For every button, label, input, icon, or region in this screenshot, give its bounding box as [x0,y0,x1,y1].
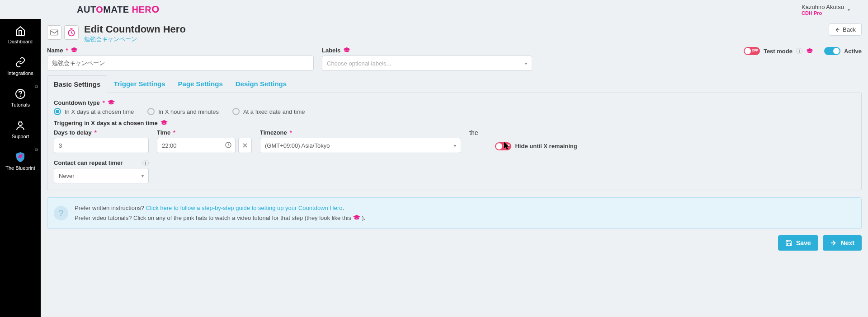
link-icon [14,57,27,68]
next-button[interactable]: Next [823,235,862,251]
days-input[interactable] [54,138,149,153]
countdown-type-label: Countdown type* [54,99,855,106]
chevron-down-icon: ▾ [454,143,456,148]
tabs: Basic Settings Trigger Settings Page Set… [47,75,862,93]
name-label: Name* [47,47,314,54]
tab-basic-settings[interactable]: Basic Settings [47,75,107,93]
tutorial-hat-icon [353,214,362,221]
arrow-left-icon [835,27,840,33]
home-icon [14,25,27,36]
radio-x-hours[interactable]: In X hours and minutes [147,108,219,115]
name-input[interactable] [47,56,314,71]
sidebar: Dashboard Integrations ⧉ Tutorials Suppo… [0,19,41,317]
timer-icon [64,25,79,40]
repeat-select[interactable]: Never ▾ [54,168,149,183]
info-icon[interactable]: i [142,160,149,166]
user-name: Kazuhiro Akutsu [802,4,844,10]
chevron-down-icon: ▾ [848,7,850,12]
back-button[interactable]: Back [829,23,862,36]
radio-fixed-date[interactable]: At a fixed date and time [232,108,305,115]
svg-point-2 [19,122,22,126]
time-label: Time* [157,129,252,136]
tab-page-settings[interactable]: Page Settings [172,75,229,93]
sidebar-item-support[interactable]: Support [0,114,41,145]
svg-rect-3 [51,30,58,35]
time-input[interactable] [157,138,236,153]
help-guide-link[interactable]: Click here to follow a step-by-step guid… [146,205,343,211]
brand-logo: AUTOMATE HERO [77,4,160,15]
sidebar-item-tutorials[interactable]: ⧉ Tutorials [0,82,41,114]
tutorial-hat-icon[interactable] [160,120,168,126]
help-box: ? Prefer written instructions? Click her… [47,197,862,229]
arrow-right-icon [830,239,837,247]
tab-trigger-settings[interactable]: Trigger Settings [107,75,171,93]
external-icon: ⧉ [35,84,38,89]
user-role: CDH Pro [802,10,844,16]
tutorial-hat-icon[interactable] [108,99,115,106]
tutorial-hat-icon[interactable] [343,47,350,54]
test-mode-toggle[interactable]: OFF [744,47,760,55]
close-icon [242,143,248,148]
support-icon [14,120,27,131]
active-toggle[interactable] [824,47,840,55]
question-icon [14,89,27,99]
tab-design-settings[interactable]: Design Settings [229,75,293,93]
days-label: Days to delay* [54,129,149,136]
tutorial-hat-icon[interactable] [71,47,78,54]
chevron-down-icon: ▾ [142,173,144,178]
timezone-select[interactable]: (GMT+09:00) Asia/Tokyo ▾ [260,138,461,153]
sidebar-item-blueprint[interactable]: ⧉ The Blueprint [0,145,41,177]
clock-icon[interactable] [225,141,232,150]
labels-select[interactable]: Choose optional labels... ▾ [322,56,532,71]
mail-icon [47,25,61,40]
labels-label: Labels [322,47,532,54]
shield-icon [14,152,27,163]
active-label: Active [844,48,862,55]
radio-x-days[interactable]: In X days at a chosen time [54,108,134,115]
sidebar-item-integrations[interactable]: Integrations [0,51,41,82]
cursor-icon [504,142,510,150]
chevron-down-icon: ▾ [525,61,527,66]
timezone-label: Timezone* [260,129,461,136]
svg-point-1 [20,96,21,97]
save-icon [785,239,793,247]
question-icon: ? [54,206,68,220]
external-icon: ⧉ [35,147,38,153]
clear-time-button[interactable] [238,138,252,153]
save-button[interactable]: Save [778,235,818,251]
tutorial-hat-icon[interactable] [806,48,813,55]
hide-until-label: Hide until X remaining [515,143,577,149]
sidebar-item-dashboard[interactable]: Dashboard [0,19,41,51]
info-icon[interactable]: i [796,48,802,54]
repeat-label: Contact can repeat timer i [54,159,149,166]
page-title: Edit Countdown Hero [84,23,823,35]
triggering-heading: Triggering in X days at a chosen time [54,120,855,126]
test-mode-label: Test mode [764,48,793,55]
user-menu[interactable]: Kazuhiro Akutsu CDH Pro ▾ [802,4,859,16]
page-subtitle: 勉強会キャンペーン [84,35,823,43]
